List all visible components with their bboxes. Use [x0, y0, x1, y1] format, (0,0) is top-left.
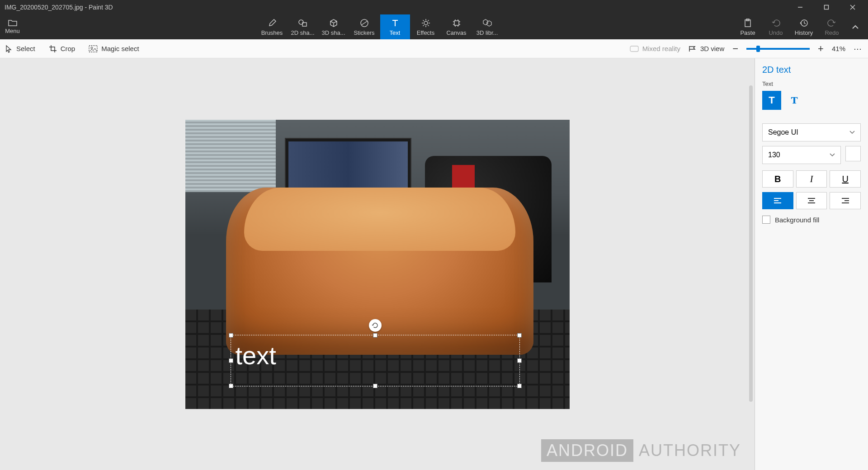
resize-handle[interactable] — [517, 333, 522, 338]
tool-brushes[interactable]: Brushes — [257, 14, 287, 39]
text-color-swatch[interactable] — [845, 146, 861, 161]
zoom-value[interactable]: 41% — [832, 45, 845, 52]
text-content[interactable]: text — [231, 335, 519, 376]
background-fill-checkbox[interactable] — [762, 216, 770, 224]
resize-handle[interactable] — [229, 384, 233, 388]
shapes-2d-icon — [298, 18, 308, 28]
mixed-reality-button: Mixed reality — [630, 45, 680, 52]
undo-button[interactable]: Undo — [762, 14, 789, 39]
vertical-scrollbar[interactable] — [749, 85, 753, 402]
shapes-3d-icon — [329, 18, 338, 28]
mixed-reality-icon — [630, 46, 639, 52]
close-button[interactable] — [850, 5, 863, 10]
watermark: ANDROID AUTHORITY — [541, 439, 741, 462]
resize-handle[interactable] — [517, 384, 522, 388]
text-3d-button[interactable]: T — [785, 91, 804, 110]
window-controls — [797, 5, 863, 10]
maximize-button[interactable] — [824, 5, 837, 10]
title-bar: IMG_20200520_202705.jpg - Paint 3D — [0, 0, 868, 14]
3d-view-button[interactable]: 3D view — [689, 45, 724, 52]
effects-icon — [421, 18, 430, 28]
svg-line-13 — [423, 20, 424, 21]
menu-button[interactable]: Menu — [0, 14, 25, 39]
italic-button[interactable]: I — [796, 170, 827, 188]
background-fill-label: Background fill — [775, 216, 819, 224]
zoom-in-button[interactable]: + — [818, 43, 824, 55]
canvas-area[interactable]: text ANDROID AUTHORITY — [0, 58, 755, 470]
stickers-icon — [360, 18, 369, 28]
svg-line-16 — [428, 20, 429, 21]
library-icon — [482, 18, 492, 28]
tool-effects[interactable]: Effects — [411, 14, 441, 39]
text-icon — [391, 18, 400, 28]
tool-canvas[interactable]: Canvas — [442, 14, 472, 39]
chevron-up-icon — [852, 25, 859, 29]
tools-center: Brushes 2D sha... 3D sha... Stickers Tex… — [25, 14, 734, 39]
svg-rect-1 — [825, 5, 829, 9]
canvas-icon — [452, 18, 461, 28]
window-title: IMG_20200520_202705.jpg - Paint 3D — [5, 4, 797, 11]
bold-button[interactable]: B — [762, 170, 793, 188]
crop-icon — [49, 45, 57, 53]
svg-rect-31 — [630, 46, 638, 52]
font-select[interactable]: Segoe UI — [762, 123, 861, 141]
select-tool[interactable]: Select — [5, 45, 35, 53]
toolbar: Select Crop Magic select Mixed reality 3… — [0, 39, 868, 58]
resize-handle[interactable] — [517, 358, 522, 363]
history-icon — [799, 18, 808, 28]
chevron-down-icon — [830, 153, 835, 157]
rotate-handle[interactable] — [369, 319, 382, 332]
font-size-select[interactable]: 130 — [762, 146, 841, 164]
svg-point-30 — [91, 47, 93, 49]
zoom-slider[interactable] — [746, 48, 810, 50]
side-panel: 2D text Text T T Segoe UI 130 B I U — [755, 58, 868, 470]
undo-icon — [771, 18, 780, 28]
svg-line-7 — [362, 21, 367, 25]
svg-point-8 — [424, 21, 428, 25]
folder-icon — [8, 19, 17, 27]
tool-3d-shapes[interactable]: 3D sha... — [319, 14, 349, 39]
svg-rect-17 — [454, 21, 459, 25]
chevron-down-icon — [849, 131, 855, 134]
tool-stickers[interactable]: Stickers — [349, 14, 379, 39]
panel-title: 2D text — [762, 65, 861, 75]
menu-bar: Menu Brushes 2D sha... 3D sha... Sticker… — [0, 14, 868, 39]
panel-subtitle: Text — [762, 80, 861, 87]
menu-right: Paste Undo History Redo — [734, 14, 868, 39]
minimize-button[interactable] — [797, 5, 811, 10]
resize-handle[interactable] — [373, 333, 377, 338]
text-2d-button[interactable]: T — [762, 91, 781, 110]
expand-ribbon-button[interactable] — [846, 14, 864, 39]
history-button[interactable]: History — [790, 14, 817, 39]
align-center-button[interactable] — [796, 192, 827, 209]
paste-icon — [744, 18, 752, 28]
resize-handle[interactable] — [229, 358, 233, 363]
canvas-image[interactable]: text — [185, 120, 570, 409]
menu-label: Menu — [5, 28, 20, 34]
resize-handle[interactable] — [373, 384, 377, 388]
redo-button[interactable]: Redo — [818, 14, 845, 39]
cursor-icon — [5, 45, 13, 53]
underline-button[interactable]: U — [830, 170, 861, 188]
tool-2d-shapes[interactable]: 2D sha... — [288, 14, 318, 39]
redo-icon — [827, 18, 836, 28]
align-left-button[interactable] — [762, 192, 793, 209]
tool-3d-library[interactable]: 3D libr... — [472, 14, 502, 39]
svg-line-15 — [423, 25, 424, 26]
magic-select-tool[interactable]: Magic select — [89, 45, 139, 52]
text-edit-box[interactable]: text — [231, 335, 520, 386]
align-right-button[interactable] — [830, 192, 861, 209]
paste-button[interactable]: Paste — [734, 14, 761, 39]
flag-icon — [689, 46, 697, 52]
svg-line-14 — [428, 25, 429, 26]
crop-tool[interactable]: Crop — [49, 45, 75, 53]
magic-select-icon — [89, 45, 98, 52]
zoom-slider-thumb[interactable] — [756, 46, 760, 52]
brush-icon — [268, 18, 277, 28]
more-button[interactable]: ⋯ — [854, 44, 863, 54]
tool-text[interactable]: Text — [380, 14, 410, 39]
resize-handle[interactable] — [229, 333, 233, 338]
zoom-out-button[interactable]: − — [732, 43, 738, 55]
